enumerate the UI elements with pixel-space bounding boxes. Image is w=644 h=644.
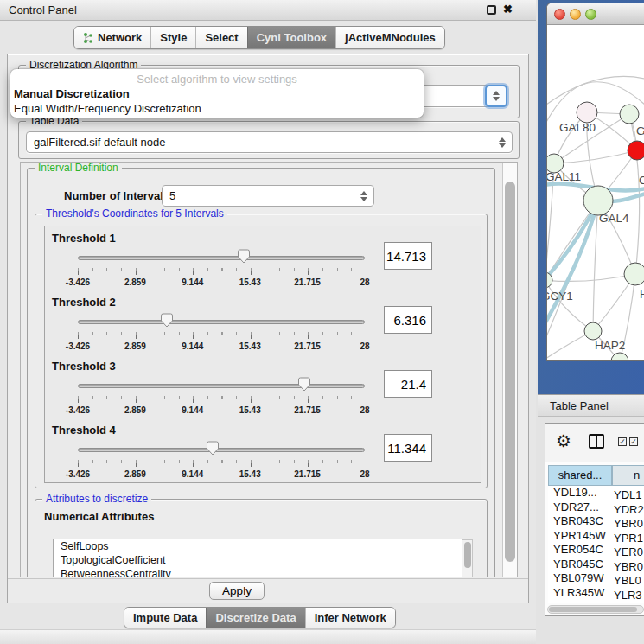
scrollbar-thumb[interactable] [505, 182, 515, 562]
zoom-traffic-light-icon[interactable] [585, 9, 596, 20]
dropdown-item-equal-width-frequency[interactable]: Equal Width/Frequency Discretization [14, 102, 201, 115]
close-traffic-light-icon[interactable] [554, 9, 565, 20]
tab-jactivemnodules[interactable]: jActiveMNodules [335, 27, 444, 48]
combobox-spinner-button[interactable] [485, 85, 507, 107]
threshold-label: Threshold 3 [52, 360, 116, 373]
column-header-shared-name[interactable]: shared... [548, 465, 612, 486]
threshold-slider[interactable]: -3.4262.8599.14415.4321.71528 [78, 441, 365, 481]
checkbox-icon[interactable]: ✓ [629, 437, 638, 446]
network-node[interactable] [584, 322, 602, 340]
slider-handle[interactable] [207, 441, 220, 456]
tab-impute-data[interactable]: Impute Data [124, 608, 206, 628]
network-tree-icon [83, 32, 93, 44]
threshold-slider[interactable]: -3.4262.8599.14415.4321.71528 [78, 313, 365, 353]
network-node[interactable] [628, 141, 644, 160]
network-node[interactable] [624, 263, 644, 285]
slider-tick-labels: -3.4262.8599.14415.4321.71528 [78, 405, 365, 416]
attributes-group: Attributes to discretize Numerical Attri… [35, 499, 488, 577]
number-of-intervals-combobox[interactable]: 5 [162, 185, 374, 207]
threshold-slider[interactable]: -3.4262.8599.14415.4321.71528 [78, 249, 365, 289]
numerical-attributes-label: Numerical Attributes [44, 510, 154, 523]
control-panel-window: Control Panel ✖ Network Style Select Cyn… [0, 0, 536, 644]
apply-button[interactable]: Apply [209, 582, 265, 600]
slider-handle[interactable] [160, 313, 173, 328]
float-window-icon[interactable] [487, 5, 496, 15]
window-bottom-strip [0, 629, 536, 644]
cyni-bottom-tabbar: Impute Data Discretize Data Infer Networ… [124, 607, 396, 628]
dropdown-placeholder-item[interactable]: Select algorithm to view settings [10, 73, 424, 86]
interval-definition-group: Interval Definition Number of Intervals … [27, 168, 495, 577]
table-data-group: Table Data galFiltered.sif default node [18, 121, 520, 159]
tab-discretize-data[interactable]: Discretize Data [206, 608, 304, 628]
table-header-row: shared... n [545, 465, 644, 486]
network-canvas[interactable]: GAL80GAGAL11CGAL4GCY1HHAP2 [547, 25, 644, 360]
close-icon[interactable]: ✖ [503, 3, 513, 16]
slider-handle[interactable] [237, 249, 250, 264]
network-edge [547, 76, 644, 107]
threshold-row: Threshold 1 -3.4262.8599.14415.4321.7152… [45, 226, 481, 290]
vertical-scrollbar[interactable] [502, 163, 517, 577]
table-row[interactable]: YBR045CYBR0 [548, 558, 644, 572]
tab-network[interactable]: Network [74, 27, 150, 48]
threshold-slider[interactable]: -3.4262.8599.14415.4321.71528 [78, 377, 365, 417]
network-node-label: H [640, 288, 644, 301]
slider-minor-ticks [78, 332, 366, 335]
table-row[interactable]: YBL079WYBL0 [548, 571, 644, 586]
attribute-list-item[interactable]: TopologicalCoefficient [54, 553, 470, 567]
slider-track[interactable] [78, 384, 365, 388]
number-of-intervals-label: Number of Intervals [64, 189, 169, 202]
threshold-value-field[interactable] [384, 370, 432, 398]
horizontal-scrollbar[interactable] [547, 605, 644, 614]
algorithm-dropdown-popup: Select algorithm to view settings Manual… [10, 69, 424, 118]
scrollbar-thumb[interactable] [549, 607, 637, 612]
checkbox-icon[interactable]: ✓ [618, 437, 627, 446]
network-window-titlebar[interactable] [547, 3, 644, 25]
table-row[interactable]: YER054CYER0 [548, 543, 644, 558]
network-node[interactable] [620, 105, 639, 124]
table-row[interactable]: YDR27...YDR2 [548, 501, 644, 515]
table-row[interactable]: YBR043CYBR0 [548, 514, 644, 529]
threshold-label: Threshold 2 [52, 296, 116, 309]
scrollbar-thumb[interactable] [464, 542, 471, 568]
column-header-name[interactable]: n [612, 465, 644, 486]
tab-infer-network[interactable]: Infer Network [305, 608, 395, 628]
minimize-traffic-light-icon[interactable] [570, 9, 581, 20]
network-node-label: GCY1 [547, 290, 573, 303]
threshold-row: Threshold 2 -3.4262.8599.14415.4321.7152… [45, 290, 481, 354]
slider-handle[interactable] [298, 377, 311, 392]
split-columns-icon[interactable] [589, 434, 604, 449]
tab-cyni-toolbox[interactable]: Cyni Toolbox [247, 27, 335, 48]
threshold-value-field[interactable] [384, 242, 432, 270]
control-panel-tabbar: Network Style Select Cyni Toolbox jActiv… [73, 26, 445, 49]
tab-style[interactable]: Style [150, 27, 195, 48]
threshold-value-field[interactable] [384, 434, 432, 462]
slider-track[interactable] [78, 256, 365, 260]
spinner-arrows-icon [360, 191, 367, 201]
table-data-combobox[interactable]: galFiltered.sif default node [26, 131, 513, 153]
table-row[interactable]: YIL052CYIL0 [548, 600, 644, 603]
attribute-list-item[interactable]: SelfLoops [54, 539, 470, 553]
slider-minor-ticks [78, 268, 366, 271]
attribute-list-item[interactable]: BetweennessCentrality [54, 567, 470, 577]
network-node[interactable] [583, 186, 613, 215]
network-node[interactable] [577, 102, 597, 123]
network-view-window: GAL80GAGAL11CGAL4GCY1HHAP2 [546, 3, 644, 361]
table-row[interactable]: YDL19...YDL1 [548, 486, 644, 501]
thresholds-group-title: Threshold's Coordinates for 5 Intervals [42, 207, 227, 220]
dropdown-item-manual-discretization[interactable]: Manual Discretization [14, 87, 130, 100]
thresholds-box: Threshold 1 -3.4262.8599.14415.4321.7152… [44, 226, 481, 483]
threshold-value-field[interactable] [384, 306, 432, 334]
gear-icon[interactable]: ⚙ [556, 430, 571, 451]
attributes-list-scrollbar[interactable] [462, 539, 473, 577]
table-row[interactable]: YLR345WYLR3 [548, 586, 644, 601]
slider-track[interactable] [78, 448, 365, 452]
slider-tick-labels: -3.4262.8599.14415.4321.71528 [78, 469, 365, 480]
tab-network-label: Network [98, 31, 142, 44]
slider-track[interactable] [78, 320, 365, 324]
network-node-label: GAL80 [559, 121, 596, 134]
table-row[interactable]: YPR145WYPR1 [548, 529, 644, 544]
numerical-attributes-list[interactable]: SelfLoopsTopologicalCoefficientBetweenne… [53, 539, 471, 577]
slider-tick-labels: -3.4262.8599.14415.4321.71528 [78, 277, 365, 288]
attributes-group-title: Attributes to discretize [42, 493, 151, 506]
tab-select[interactable]: Select [195, 27, 246, 48]
